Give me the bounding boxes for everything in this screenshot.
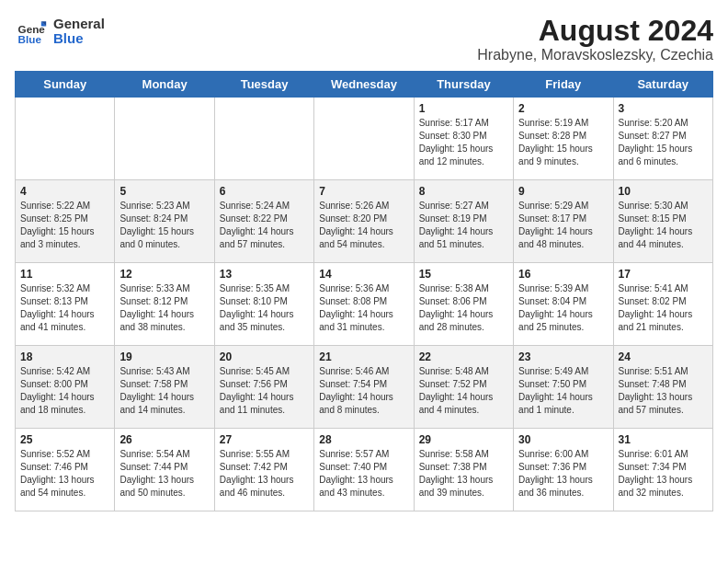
day-number: 11 [20, 268, 109, 281]
day-info: Sunrise: 5:33 AM Sunset: 8:12 PM Dayligh… [119, 282, 209, 334]
day-number: 14 [319, 268, 408, 281]
day-info: Sunrise: 5:55 AM Sunset: 7:42 PM Dayligh… [220, 448, 309, 500]
calendar-cell [16, 98, 115, 180]
day-number: 26 [119, 433, 209, 446]
column-header-saturday: Saturday [613, 72, 712, 98]
calendar-cell: 13Sunrise: 5:35 AM Sunset: 8:10 PM Dayli… [214, 263, 313, 346]
day-number: 29 [419, 433, 508, 446]
calendar-cell: 25Sunrise: 5:52 AM Sunset: 7:46 PM Dayli… [16, 429, 115, 511]
week-row-4: 18Sunrise: 5:42 AM Sunset: 8:00 PM Dayli… [16, 346, 713, 429]
day-info: Sunrise: 5:35 AM Sunset: 8:10 PM Dayligh… [220, 282, 309, 334]
title-block: August 2024 Hrabyne, Moravskoslezsky, Cz… [477, 15, 713, 63]
calendar-cell: 12Sunrise: 5:33 AM Sunset: 8:12 PM Dayli… [115, 263, 214, 346]
calendar-cell: 28Sunrise: 5:57 AM Sunset: 7:40 PM Dayli… [314, 429, 414, 511]
week-row-5: 25Sunrise: 5:52 AM Sunset: 7:46 PM Dayli… [16, 429, 713, 511]
day-number: 22 [419, 350, 508, 363]
day-number: 13 [220, 268, 309, 281]
day-number: 27 [220, 433, 309, 446]
day-info: Sunrise: 6:01 AM Sunset: 7:34 PM Dayligh… [619, 448, 708, 500]
day-number: 17 [619, 268, 708, 281]
column-header-sunday: Sunday [16, 72, 115, 98]
day-number: 1 [419, 102, 508, 115]
calendar-cell: 7Sunrise: 5:26 AM Sunset: 8:20 PM Daylig… [314, 180, 414, 263]
day-info: Sunrise: 5:52 AM Sunset: 7:46 PM Dayligh… [20, 448, 109, 500]
logo-icon: Gene Blue [15, 15, 48, 48]
day-info: Sunrise: 5:46 AM Sunset: 7:54 PM Dayligh… [319, 365, 408, 417]
day-info: Sunrise: 5:27 AM Sunset: 8:19 PM Dayligh… [419, 200, 508, 251]
day-number: 2 [518, 102, 608, 115]
day-number: 7 [319, 185, 408, 198]
column-header-tuesday: Tuesday [214, 72, 313, 98]
day-number: 20 [220, 350, 309, 363]
calendar-cell: 22Sunrise: 5:48 AM Sunset: 7:52 PM Dayli… [414, 346, 513, 429]
day-number: 21 [319, 350, 408, 363]
day-info: Sunrise: 5:57 AM Sunset: 7:40 PM Dayligh… [319, 448, 408, 500]
logo-text: General Blue [53, 17, 105, 47]
day-info: Sunrise: 5:39 AM Sunset: 8:04 PM Dayligh… [518, 282, 608, 334]
day-number: 31 [619, 433, 708, 446]
svg-text:Blue: Blue [18, 33, 42, 45]
day-info: Sunrise: 5:26 AM Sunset: 8:20 PM Dayligh… [319, 200, 408, 251]
calendar-cell [115, 98, 214, 180]
calendar-header: SundayMondayTuesdayWednesdayThursdayFrid… [16, 72, 713, 98]
calendar-cell: 10Sunrise: 5:30 AM Sunset: 8:15 PM Dayli… [613, 180, 712, 263]
day-number: 3 [619, 102, 708, 115]
day-number: 8 [419, 185, 508, 198]
day-info: Sunrise: 5:48 AM Sunset: 7:52 PM Dayligh… [419, 365, 508, 417]
day-info: Sunrise: 5:30 AM Sunset: 8:15 PM Dayligh… [619, 200, 708, 251]
calendar-cell: 15Sunrise: 5:38 AM Sunset: 8:06 PM Dayli… [414, 263, 513, 346]
page-subtitle: Hrabyne, Moravskoslezsky, Czechia [477, 47, 713, 63]
day-number: 9 [518, 185, 608, 198]
header-row: SundayMondayTuesdayWednesdayThursdayFrid… [16, 72, 713, 98]
column-header-wednesday: Wednesday [314, 72, 414, 98]
day-number: 30 [518, 433, 608, 446]
day-info: Sunrise: 5:20 AM Sunset: 8:27 PM Dayligh… [619, 117, 708, 168]
calendar-cell: 31Sunrise: 6:01 AM Sunset: 7:34 PM Dayli… [613, 429, 712, 511]
day-info: Sunrise: 5:41 AM Sunset: 8:02 PM Dayligh… [619, 282, 708, 334]
day-info: Sunrise: 5:32 AM Sunset: 8:13 PM Dayligh… [20, 282, 109, 334]
day-number: 28 [319, 433, 408, 446]
day-info: Sunrise: 5:45 AM Sunset: 7:56 PM Dayligh… [220, 365, 309, 417]
calendar-cell: 11Sunrise: 5:32 AM Sunset: 8:13 PM Dayli… [16, 263, 115, 346]
day-info: Sunrise: 5:38 AM Sunset: 8:06 PM Dayligh… [419, 282, 508, 334]
day-info: Sunrise: 5:42 AM Sunset: 8:00 PM Dayligh… [20, 365, 109, 417]
day-number: 15 [419, 268, 508, 281]
calendar-cell: 30Sunrise: 6:00 AM Sunset: 7:36 PM Dayli… [514, 429, 613, 511]
day-info: Sunrise: 6:00 AM Sunset: 7:36 PM Dayligh… [518, 448, 608, 500]
day-info: Sunrise: 5:58 AM Sunset: 7:38 PM Dayligh… [419, 448, 508, 500]
day-number: 12 [119, 268, 209, 281]
week-row-1: 1Sunrise: 5:17 AM Sunset: 8:30 PM Daylig… [16, 98, 713, 180]
calendar-cell: 18Sunrise: 5:42 AM Sunset: 8:00 PM Dayli… [16, 346, 115, 429]
day-number: 5 [119, 185, 209, 198]
column-header-monday: Monday [115, 72, 214, 98]
day-number: 23 [518, 350, 608, 363]
calendar-cell: 17Sunrise: 5:41 AM Sunset: 8:02 PM Dayli… [613, 263, 712, 346]
calendar-cell: 21Sunrise: 5:46 AM Sunset: 7:54 PM Dayli… [314, 346, 414, 429]
calendar-cell: 29Sunrise: 5:58 AM Sunset: 7:38 PM Dayli… [414, 429, 513, 511]
calendar-cell: 6Sunrise: 5:24 AM Sunset: 8:22 PM Daylig… [214, 180, 313, 263]
day-info: Sunrise: 5:49 AM Sunset: 7:50 PM Dayligh… [518, 365, 608, 417]
page-header: Gene Blue General Blue August 2024 Hraby… [15, 15, 713, 63]
day-number: 18 [20, 350, 109, 363]
calendar-cell: 4Sunrise: 5:22 AM Sunset: 8:25 PM Daylig… [16, 180, 115, 263]
calendar-cell: 19Sunrise: 5:43 AM Sunset: 7:58 PM Dayli… [115, 346, 214, 429]
calendar-cell: 8Sunrise: 5:27 AM Sunset: 8:19 PM Daylig… [414, 180, 513, 263]
calendar-cell: 16Sunrise: 5:39 AM Sunset: 8:04 PM Dayli… [514, 263, 613, 346]
day-number: 10 [619, 185, 708, 198]
calendar-cell: 27Sunrise: 5:55 AM Sunset: 7:42 PM Dayli… [214, 429, 313, 511]
day-info: Sunrise: 5:23 AM Sunset: 8:24 PM Dayligh… [119, 200, 209, 251]
day-number: 19 [119, 350, 209, 363]
day-info: Sunrise: 5:24 AM Sunset: 8:22 PM Dayligh… [220, 200, 309, 251]
calendar-cell: 3Sunrise: 5:20 AM Sunset: 8:27 PM Daylig… [613, 98, 712, 180]
day-info: Sunrise: 5:29 AM Sunset: 8:17 PM Dayligh… [518, 200, 608, 251]
day-info: Sunrise: 5:51 AM Sunset: 7:48 PM Dayligh… [619, 365, 708, 417]
column-header-thursday: Thursday [414, 72, 513, 98]
calendar-cell: 5Sunrise: 5:23 AM Sunset: 8:24 PM Daylig… [115, 180, 214, 263]
column-header-friday: Friday [514, 72, 613, 98]
day-info: Sunrise: 5:43 AM Sunset: 7:58 PM Dayligh… [119, 365, 209, 417]
calendar-cell: 24Sunrise: 5:51 AM Sunset: 7:48 PM Dayli… [613, 346, 712, 429]
calendar-cell: 1Sunrise: 5:17 AM Sunset: 8:30 PM Daylig… [414, 98, 513, 180]
calendar-body: 1Sunrise: 5:17 AM Sunset: 8:30 PM Daylig… [16, 98, 713, 511]
calendar-cell: 14Sunrise: 5:36 AM Sunset: 8:08 PM Dayli… [314, 263, 414, 346]
week-row-2: 4Sunrise: 5:22 AM Sunset: 8:25 PM Daylig… [16, 180, 713, 263]
